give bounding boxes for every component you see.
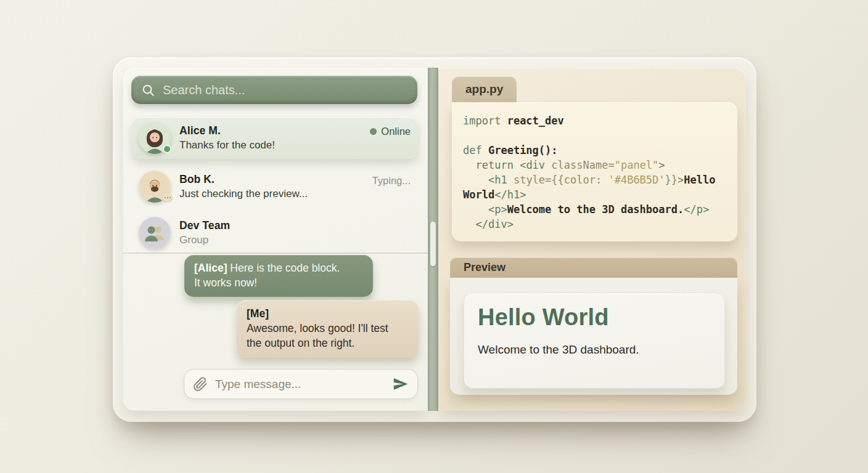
message-input[interactable] [215, 378, 385, 391]
chat-name: Dev Team [179, 219, 230, 232]
send-icon [392, 376, 409, 392]
app-window: Alice M. Thanks for the code! Online [113, 57, 756, 422]
preview-rendered-card: Hello World Welcome to the 3D dashboard. [464, 293, 725, 389]
code-line [463, 128, 737, 143]
chat-preview: Group [179, 234, 230, 246]
paperclip-icon [193, 377, 208, 392]
scrollbar-track[interactable] [428, 68, 438, 411]
search-input[interactable] [163, 83, 407, 97]
message-bubble-me: [Me] Awesome, looks good! I'll test the … [237, 300, 419, 358]
attach-button[interactable] [193, 377, 208, 392]
code-line: def Greeting(): [463, 143, 737, 158]
code-line: <p>Welcome to the 3D dashboard.</p> [463, 202, 737, 217]
chat-name: Bob K. [179, 173, 308, 186]
message-bubble-alice: [Alice] Here is the code block. It works… [184, 255, 373, 297]
preview-panel-body: Hello World Welcome to the 3D dashboard. [450, 278, 737, 395]
send-button[interactable] [392, 376, 409, 392]
status-dot-icon [370, 128, 377, 135]
online-status-dot [163, 145, 171, 153]
preview-title: Preview [464, 261, 506, 274]
chat-list-item-devteam[interactable]: Dev Team Group [131, 214, 418, 251]
chat-name: Alice M. [179, 124, 275, 137]
code-line: return <div className="panel"> [463, 158, 737, 172]
message-sender: [Alice] [194, 262, 227, 274]
search-bar[interactable] [131, 76, 417, 104]
message-sender: [Me] [247, 307, 269, 320]
avatar-group [139, 217, 171, 249]
code-editor[interactable]: import react_dev def Greeting(): return … [452, 102, 737, 241]
code-line: </div> [463, 217, 737, 232]
code-line: <h1 style={{color: '#4B6B5D'}}>Hello [463, 172, 737, 187]
chat-preview: Just checking the preview... [179, 188, 308, 200]
preview-paragraph: Welcome to the 3D dashboard. [478, 343, 711, 357]
chat-preview: Thanks for the code! [179, 139, 275, 152]
message-composer[interactable] [184, 369, 418, 399]
editor-panel: app.py import react_dev def Greeting(): … [438, 68, 746, 411]
preview-heading: Hello World [478, 304, 711, 331]
list-messages-divider [123, 253, 428, 254]
chat-panel: Alice M. Thanks for the code! Online [123, 68, 428, 411]
tab-label: app.py [465, 83, 503, 96]
scrollbar-thumb[interactable] [430, 222, 436, 266]
typing-indicator-badge [163, 194, 173, 201]
search-icon [141, 83, 155, 97]
chat-list-item-alice[interactable]: Alice M. Thanks for the code! Online [131, 117, 418, 159]
chat-status-online: Online [370, 126, 411, 137]
tab-app-py[interactable]: app.py [452, 76, 517, 102]
chat-list-item-bob[interactable]: Bob K. Just checking the preview... Typi… [131, 168, 418, 206]
code-line: World</h1> [463, 187, 737, 202]
preview-panel-header: Preview [450, 257, 737, 278]
chat-status-typing: Typing... [372, 175, 411, 187]
scene-background: Alice M. Thanks for the code! Online [0, 0, 868, 473]
code-line: import react_dev [463, 113, 737, 128]
